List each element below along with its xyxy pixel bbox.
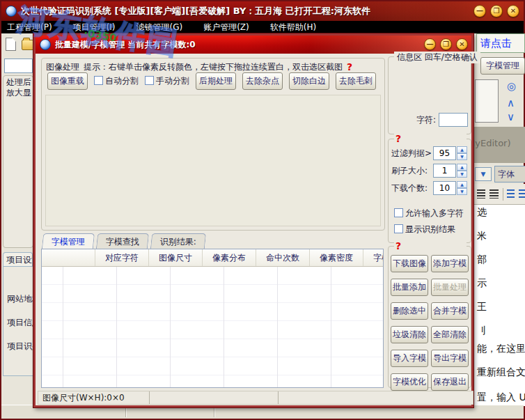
process-label: 处理后 [6,77,33,88]
spin-up-icon[interactable]: ▲ [457,146,467,153]
column-divider [331,267,331,387]
help-icon[interactable]: ? [394,240,467,251]
combo-dropdown-button[interactable]: ▼ [475,167,492,181]
col-char[interactable]: 对应字符 [95,249,149,266]
align-right-icon[interactable] [489,189,498,199]
menu-item-mgmt[interactable]: 项目管理(I) [73,22,116,33]
checkbox-icon[interactable] [394,208,403,217]
left-text-input[interactable] [4,59,33,73]
image-canvas[interactable] [45,95,381,226]
delete-selected-button[interactable]: 删除选中 [391,302,428,320]
export-glyph-button[interactable]: 导出字模 [431,350,469,367]
manual-split-checkbox[interactable]: 手动分割 [145,75,189,87]
main-titlebar: 次世代验证码识别系统 [专业版][客户端][吾爱破解] BY：五月海 已打开工程… [1,1,524,21]
reload-image-button[interactable]: 图像重载 [47,72,88,90]
auto-split-checkbox[interactable]: 自动分割 [94,75,139,87]
col-distribution[interactable]: 像素分布 [203,249,256,266]
menu-account-mgmt[interactable]: 账户管理(Z) [203,22,249,33]
help-icon[interactable]: ? [347,61,352,73]
spin-down-icon[interactable]: ▼ [457,171,467,178]
tab-glyph-manage[interactable]: 字模管理 [42,233,95,249]
dialog-title: 批量建模/字模管理 当前共有字模数:0 [55,39,196,51]
maximize-button[interactable]: ❐ [490,5,503,17]
editor-line: 米 [477,230,487,242]
import-glyph-button[interactable]: 导入字模 [391,350,428,367]
new-document-icon[interactable] [6,38,16,51]
multi-char-checkbox[interactable]: 允许输入多字符 [394,208,464,219]
spin-up-icon[interactable]: ▲ [457,164,467,171]
trim-white-button[interactable]: 切除白边 [289,72,329,90]
checkbox-icon[interactable] [394,224,403,233]
target-icon[interactable]: ◎ [507,81,516,92]
tab-project-settings[interactable]: 项目设置 [3,252,33,266]
align-left-icon[interactable] [477,189,485,199]
glyph-manage-button[interactable]: 字模管理 [480,57,525,75]
dialog-minimize-button[interactable]: — [424,38,436,50]
col-size[interactable]: 图像尺寸 [149,249,203,266]
glyph-table-body [42,267,383,387]
char-input[interactable] [439,113,468,127]
menu-project-mgmt[interactable]: 工程管理(P) [7,22,52,33]
spin-down-icon[interactable]: ▼ [457,153,467,160]
brush-size-input[interactable] [433,164,456,178]
post-process-button[interactable]: 后期处理 [196,72,236,90]
editor-area[interactable]: 选 米 部 示 王 刂 能，在这里可 重新组合文 置，输入 Us [473,205,525,406]
image-group-title: 图像处理 [46,61,79,73]
status-separator [125,407,127,417]
project-info-label: 项目信息 [7,317,33,329]
column-divider [116,267,117,387]
myeditor-panel: (MyEditor) [473,127,525,163]
remove-spots-button[interactable]: 去除杂点 [242,72,283,90]
menu-filter-mgmt[interactable]: 滤镜管理(G) [136,22,183,33]
filter-threshold-input[interactable] [433,146,456,160]
add-glyph-button[interactable]: 添加字模 [431,255,469,272]
chevron-up-icon[interactable]: ∧ [507,98,515,109]
col-hits[interactable]: 命中次数 [256,249,310,266]
column-divider [170,267,171,387]
click-hint-box[interactable]: 请点击 [476,33,525,53]
dialog-maximize-button[interactable]: ❐ [440,38,452,50]
dialog-close-button[interactable]: ✕ [456,38,468,50]
spin-up-icon[interactable]: ▲ [457,181,467,188]
download-image-button[interactable]: 下载图像 [391,255,428,272]
numbered-list-icon[interactable] [507,189,515,199]
row-selector-column [42,249,95,266]
left-process-group: 处理后 放大显 [3,75,33,248]
status-separator [214,407,215,417]
glyph-table[interactable]: 对应字符 图像尺寸 像素分布 命中次数 像素密度 字模摘要 [41,249,384,388]
editor-line: 置，输入 Us [477,391,525,404]
editor-line: 选 [477,206,487,219]
app-icon [6,6,17,17]
clear-all-button[interactable]: 全部清除 [431,326,469,343]
info-group-title: 信息区 回车/空格确认 [394,52,480,63]
filter-threshold-row: 过滤判据> ▲▼ [391,146,469,160]
bullet-list-icon[interactable] [519,189,525,199]
col-density[interactable]: 像素密度 [310,249,363,266]
save-exit-button[interactable]: 保存退出 [431,373,469,391]
spin-down-icon[interactable]: ▼ [457,188,467,195]
editor-line: 示 [477,277,487,290]
editor-line: 能，在这里可 [477,343,525,355]
editor-line: 刂 [477,325,487,337]
tab-recog-result[interactable]: 识别结果: [150,233,206,249]
col-digest[interactable]: 字模摘要 [363,249,384,266]
optimize-glyph-button[interactable]: 字模优化 [391,373,428,391]
download-count-input[interactable] [433,181,456,195]
checkbox-icon[interactable] [94,76,103,85]
function-group: 功能区 ? 下载图像 添加字模 批量添加 批量处理 删除选中 合并字模 垃圾清除… [388,246,471,388]
checkbox-icon[interactable] [145,76,154,85]
clean-garbage-button[interactable]: 垃圾清除 [391,326,428,343]
font-combo[interactable]: 字体 [494,166,525,182]
main-window-title: 次世代验证码识别系统 [专业版][客户端][吾爱破解] BY：五月海 已打开工程… [21,5,370,17]
merge-glyph-button[interactable]: 合并字模 [431,302,469,320]
chevron-down-icon[interactable]: ∨ [507,111,515,123]
remove-burr-button[interactable]: 去除毛刺 [336,72,376,90]
glyph-table-header: 对应字符 图像尺寸 像素分布 命中次数 像素密度 字模摘要 [42,249,383,267]
show-result-checkbox[interactable]: 显示识别结果 [394,224,464,235]
minimize-button[interactable]: — [473,5,486,17]
tab-glyph-search[interactable]: 字模查找 [96,233,149,249]
batch-add-button[interactable]: 批量添加 [391,279,428,296]
close-button[interactable]: ✕ [507,5,519,17]
menu-help[interactable]: 软件帮助(H) [270,22,316,33]
help-icon[interactable]: ? [394,133,467,144]
